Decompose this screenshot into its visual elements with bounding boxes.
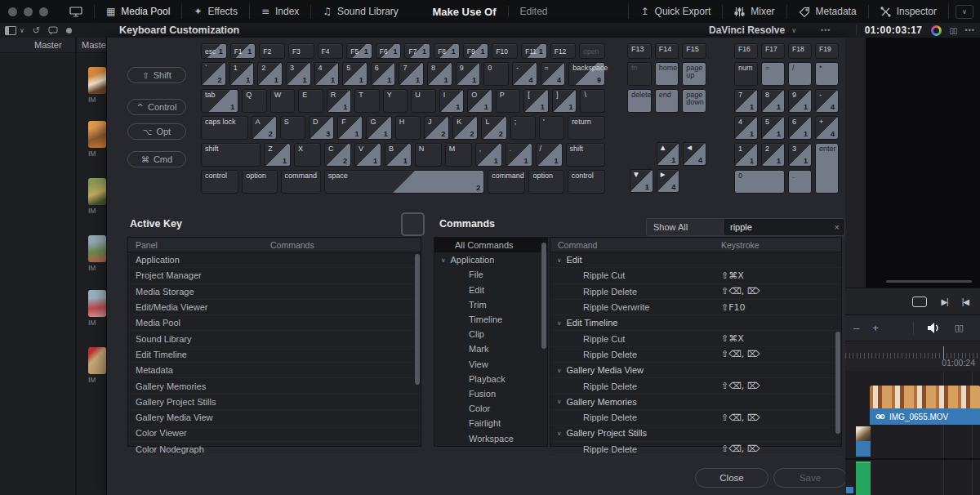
key-F3[interactable]: F3 (288, 43, 314, 59)
key-F11[interactable]: F111 (521, 43, 547, 59)
key-+[interactable]: +4 (815, 116, 839, 140)
sound-library-tab[interactable]: ♫ Sound Library (311, 0, 409, 23)
key-4[interactable]: 41 (734, 116, 758, 140)
command-search-input[interactable] (728, 221, 831, 233)
viewer-scrollbar[interactable] (886, 280, 972, 283)
command-group-row[interactable]: ∨Gallery Project Stills (550, 426, 841, 441)
workspace-options-button[interactable]: ••• (965, 26, 975, 34)
active-key-row[interactable]: Project Manager (128, 268, 421, 283)
key-F16[interactable]: F16 (734, 43, 758, 59)
key-option[interactable]: option (242, 170, 277, 194)
key-F19[interactable]: F19 (815, 43, 839, 59)
command-group-row[interactable]: ∨Edit (550, 252, 841, 268)
key-open[interactable]: open (579, 43, 605, 59)
key-fn[interactable]: fn (627, 62, 652, 86)
key-Q[interactable]: Q (242, 89, 267, 113)
key-shift[interactable]: shift (566, 143, 605, 167)
key-F7[interactable]: F71 (404, 43, 430, 59)
window-controls[interactable] (0, 7, 58, 16)
tree-item-application[interactable]: ∨Application (434, 252, 547, 267)
key-7[interactable]: 71 (399, 62, 424, 86)
mixer-tab[interactable]: Mixer (723, 0, 786, 23)
tree-item-fairlight[interactable]: Fairlight (434, 416, 547, 430)
key-F13[interactable]: F13 (627, 43, 652, 59)
key-K[interactable]: K2 (452, 116, 478, 140)
save-button[interactable]: Save (773, 468, 847, 488)
key-][interactable]: ]1 (552, 89, 577, 113)
key-W[interactable]: W (270, 89, 296, 113)
key-◀[interactable]: ◀4 (683, 142, 706, 166)
key--[interactable]: -4 (815, 89, 839, 113)
tree-item-trim[interactable]: Trim (434, 297, 547, 312)
key-9[interactable]: 91 (788, 89, 812, 113)
metadata-tab[interactable]: Metadata (787, 0, 868, 23)
active-key-row[interactable]: Gallery Media View (128, 410, 421, 426)
zoom-window-button[interactable] (39, 7, 48, 16)
command-row[interactable]: Ripple Overwrite⇧F10 (550, 300, 841, 315)
active-key-row[interactable]: Edit/Media Viewer (128, 300, 421, 315)
quick-export-button[interactable]: ↥ Quick Export (629, 0, 722, 23)
clip-color-dot[interactable] (66, 28, 72, 33)
command-search[interactable]: × (723, 218, 845, 236)
key-8[interactable]: 81 (761, 89, 785, 113)
command-row[interactable]: Ripple Cut⇧⌘X (550, 268, 841, 283)
key-[[interactable]: [1 (523, 89, 549, 113)
clip-thumbnail[interactable] (88, 67, 106, 94)
key-F18[interactable]: F18 (788, 43, 812, 59)
key-F17[interactable]: F17 (761, 43, 785, 59)
command-row[interactable]: Ripple Delete⇧⌫, ⌦ (550, 442, 841, 457)
key-6[interactable]: 61 (788, 116, 812, 140)
resolve-color-icon[interactable] (931, 25, 942, 36)
key-tab[interactable]: tab1 (201, 89, 238, 113)
first-frame-icon[interactable]: |◀ (962, 297, 969, 306)
key-F5[interactable]: F51 (346, 43, 372, 59)
command-group-row[interactable]: ∨Edit Timeline (550, 315, 841, 331)
active-key-row[interactable]: Media Pool (128, 315, 421, 331)
key-F4[interactable]: F4 (318, 43, 344, 59)
key-T[interactable]: T (354, 89, 380, 113)
active-key-row[interactable]: Color Nodegraph (128, 442, 421, 457)
timeline-ruler[interactable]: 01:00:24 (845, 341, 980, 372)
key-1[interactable]: 11 (734, 143, 758, 167)
key-space[interactable]: space2 (324, 170, 485, 194)
key-1[interactable]: 11 (229, 62, 255, 86)
key-N[interactable]: N (415, 143, 442, 167)
key-return[interactable]: return (568, 116, 605, 140)
key-F2[interactable]: F2 (259, 43, 285, 59)
key-\[interactable]: \ (580, 89, 605, 113)
key-Z[interactable]: Z1 (264, 143, 291, 167)
key-▼[interactable]: ▼1 (630, 169, 653, 193)
next-frame-icon[interactable]: ▶| (941, 297, 947, 306)
key-▲[interactable]: ▲1 (657, 142, 680, 166)
tree-item-fusion[interactable]: Fusion (434, 386, 547, 401)
key-3[interactable]: 31 (286, 62, 311, 86)
tree-item-color[interactable]: Color (434, 401, 547, 416)
command-row[interactable]: Ripple Cut⇧⌘X (550, 331, 841, 346)
media-pool-tab[interactable]: ▦ Media Pool (95, 0, 181, 23)
key-.[interactable]: .1 (506, 143, 532, 167)
key-control[interactable]: control (201, 170, 238, 194)
key-H[interactable]: H (395, 116, 421, 140)
key-num[interactable]: num (734, 62, 758, 86)
flag-icon[interactable] (48, 26, 58, 35)
key-B[interactable]: B1 (385, 143, 412, 167)
key-G[interactable]: G1 (366, 116, 391, 140)
key-F[interactable]: F1 (337, 116, 363, 140)
close-window-button[interactable] (8, 7, 17, 16)
key-end[interactable]: end (655, 89, 679, 113)
command-group-row[interactable]: ∨Gallery Media View (550, 363, 841, 378)
cinema-viewer-icon[interactable] (58, 7, 94, 17)
key-page up[interactable]: page up (682, 62, 706, 86)
key-V[interactable]: V1 (354, 143, 381, 167)
commands-scrollbar[interactable] (835, 332, 840, 434)
tree-item-file[interactable]: File (434, 267, 547, 282)
active-key-row[interactable]: Metadata (128, 363, 421, 378)
command-group-row[interactable]: ∨Gallery Memories (550, 395, 841, 410)
key-O[interactable]: O1 (467, 89, 492, 113)
tree-item-clip[interactable]: Clip (434, 327, 547, 341)
key-=[interactable]: = (761, 62, 785, 86)
panel-column-header[interactable]: Panel (128, 240, 270, 250)
key-;[interactable]: ; (510, 116, 536, 140)
key-L[interactable]: L2 (481, 116, 506, 140)
key-delete[interactable]: delete (627, 89, 652, 113)
